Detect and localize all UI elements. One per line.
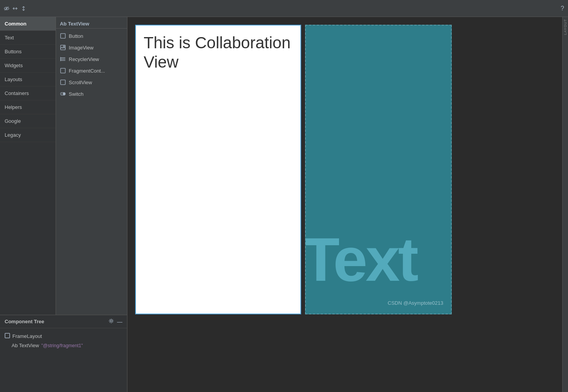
sidebar-item-widgets[interactable]: Widgets (0, 59, 56, 73)
toolbar-icons (4, 6, 26, 11)
help-button[interactable]: ? (561, 5, 564, 12)
sidebar-item-layouts[interactable]: Layouts (0, 73, 56, 87)
right-preview-panel: Text CSDN @Asymptote0213 (305, 25, 452, 314)
svg-rect-4 (61, 34, 65, 38)
imageview-icon (60, 44, 66, 51)
component-list-header: Ab TextView (56, 19, 127, 29)
tree-minus-icon[interactable]: — (117, 319, 122, 325)
sidebar-item-common[interactable]: Common (0, 17, 56, 31)
sidebar-item-containers[interactable]: Containers (0, 87, 56, 100)
component-item-imageview[interactable]: ImageView (56, 42, 127, 53)
horizontal-arrow-icon[interactable] (12, 6, 18, 11)
svg-rect-11 (61, 68, 65, 73)
tree-content: FrameLayout Ab TextView "@string/fragmen… (0, 328, 127, 353)
svg-rect-12 (61, 80, 65, 85)
right-preview-large-text: Text (305, 229, 417, 290)
textview-tree-label: Ab TextView (12, 343, 39, 348)
component-item-button[interactable]: Button (56, 30, 127, 42)
phone-frame: This is Collaboration View (135, 25, 301, 314)
canvas-area: This is Collaboration View Text CSDN @As… (127, 17, 562, 392)
component-item-recyclerview[interactable]: RecyclerView (56, 53, 127, 65)
right-scrollbar[interactable]: LAYOUT (562, 17, 568, 392)
svg-point-16 (110, 320, 112, 322)
tree-item-textview[interactable]: Ab TextView "@string/fragment1" (12, 341, 122, 350)
component-list: Ab TextView Button (56, 17, 127, 315)
tree-framelayout-label: FrameLayout (12, 333, 42, 339)
sidebar-item-text[interactable]: Text (0, 31, 56, 45)
component-label-scrollview: ScrollView (69, 80, 92, 85)
collaboration-text: This is Collaboration View (144, 34, 291, 71)
component-item-scrollview[interactable]: ScrollView (56, 76, 127, 88)
component-item-switch[interactable]: Switch (56, 88, 127, 100)
svg-point-14 (63, 93, 65, 95)
main-layout: Common Text Buttons Widgets Layouts Cont… (0, 17, 568, 392)
toolbar: ? (0, 0, 568, 17)
textview-attr: "@string/fragment1" (41, 343, 83, 348)
category-list: Common Text Buttons Widgets Layouts Cont… (0, 17, 56, 315)
tree-title: Component Tree (5, 319, 44, 324)
scrollview-icon (60, 79, 66, 85)
sidebar-item-buttons[interactable]: Buttons (0, 45, 56, 59)
watermark: CSDN @Asymptote0213 (388, 300, 443, 306)
framelayout-icon (5, 333, 10, 339)
tree-icons: — (109, 318, 122, 325)
tree-item-framelayout[interactable]: FrameLayout (5, 331, 122, 341)
component-tree: Component Tree — (0, 315, 127, 392)
scrollbar-label: LAYOUT (563, 19, 567, 35)
left-top: Common Text Buttons Widgets Layouts Cont… (0, 17, 127, 315)
phone-content: This is Collaboration View (136, 25, 300, 80)
switch-icon (60, 91, 66, 97)
left-panel: Common Text Buttons Widgets Layouts Cont… (0, 17, 127, 392)
tree-settings-icon[interactable] (109, 318, 114, 325)
vertical-arrow-icon[interactable] (21, 6, 26, 11)
component-label-switch: Switch (69, 91, 83, 97)
sidebar-item-google[interactable]: Google (0, 114, 56, 128)
recyclerview-icon (60, 56, 66, 62)
sidebar-item-legacy[interactable]: Legacy (0, 128, 56, 142)
fragmentcont-icon (60, 68, 66, 74)
eye-icon[interactable] (4, 6, 9, 11)
preview-container: This is Collaboration View Text CSDN @As… (127, 17, 562, 392)
svg-point-6 (63, 46, 65, 48)
component-label-fragmentcont: FragmentCont... (69, 68, 105, 74)
component-label-recyclerview: RecyclerView (69, 56, 99, 62)
sidebar-item-helpers[interactable]: Helpers (0, 100, 56, 114)
tree-header: Component Tree — (0, 315, 127, 328)
svg-rect-17 (5, 333, 10, 338)
component-item-fragmentcont[interactable]: FragmentCont... (56, 65, 127, 76)
component-label-button: Button (69, 33, 83, 39)
button-icon (60, 33, 66, 39)
component-label-imageview: ImageView (69, 45, 93, 51)
